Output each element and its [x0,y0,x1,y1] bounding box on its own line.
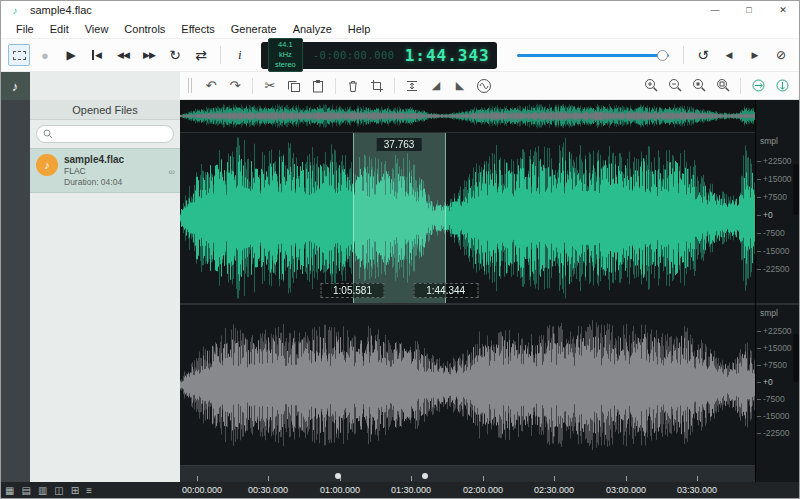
files-panel-tab[interactable]: ♪ [0,72,30,100]
nav-forward-button[interactable]: ▶ [744,44,766,66]
vertical-zoom-scrollbar[interactable] [793,164,799,215]
amplitude-tick-label: +7500 [763,192,787,202]
right-channel-waveform[interactable] [180,305,755,465]
delete-button[interactable] [343,76,363,96]
right-channel-ruler[interactable]: smpl +22500 +15000 +7500 +0 -7500 -15000… [756,305,800,465]
audio-file-icon: ♪ [36,154,58,176]
timeline-label: 03:00.000 [606,485,646,495]
fade-in-button[interactable]: ◢ [426,76,446,96]
paste-button[interactable] [308,76,328,96]
fast-forward-button[interactable]: ▶▶ [138,44,160,66]
copy-button[interactable] [284,76,304,96]
adjust-level-button[interactable] [402,76,422,96]
range-handle-start[interactable] [335,473,341,479]
file-search-input[interactable] [57,129,167,140]
mute-button[interactable]: ⊘ [770,44,792,66]
channel-left[interactable]: 37.763 1:05.581 1:44.344 [180,133,755,303]
close-button[interactable]: ✕ [766,0,800,20]
maximize-button[interactable]: □ [732,0,766,20]
menu-edit[interactable]: Edit [42,23,77,35]
effect-button[interactable] [474,76,494,96]
zoom-vertical-icon [775,78,790,93]
zoom-out-icon [668,78,683,93]
file-name: sample4.flac [64,154,124,165]
file-list-item[interactable]: ♪ sample4.flac FLAC Duration: 04:04 ∞ [30,148,180,193]
selection-start-handle[interactable]: 1:05.581 [320,283,385,298]
zoom-in-button[interactable] [641,76,661,96]
channel-right[interactable] [180,305,755,465]
left-channel-waveform[interactable] [180,133,755,303]
amplitude-tick-label: +15000 [763,343,792,353]
side-rail [0,100,30,482]
sidebar-spacer [30,72,180,100]
edit-toolbar-row: ♪ ↶ ↷ ✂ ◢ ◣ [0,72,800,100]
fade-out-button[interactable]: ◣ [450,76,470,96]
volume-slider[interactable] [517,45,669,65]
channel-mode-label: stereo [275,60,296,70]
nav-forward-icon: ▶ [752,50,759,60]
file-duration: Duration: 04:04 [64,177,124,187]
overview-strip[interactable] [180,100,755,133]
redo-button[interactable]: ↷ [225,76,245,96]
menu-controls[interactable]: Controls [116,23,173,35]
loop-selection-button[interactable]: ⇄ [190,44,212,66]
skip-start-button[interactable]: ◀ [86,44,108,66]
info-icon: i [238,47,242,63]
vertical-zoom-scrollbar[interactable] [793,334,799,382]
selection-tool-button[interactable] [8,44,30,66]
play-button[interactable]: ▶ [60,44,82,66]
toolbar-separator [220,46,221,64]
history-icon: ↺ [697,47,709,63]
menu-generate[interactable]: Generate [223,23,285,35]
timeline-label: 00:30.000 [248,485,288,495]
zoom-horizontal-icon [751,78,766,93]
cut-button[interactable]: ✂ [260,76,280,96]
nav-back-icon: ◀ [726,50,733,60]
range-handle-end[interactable] [422,473,428,479]
title-bar: ♪ sample4.flac — □ ✕ [0,0,800,20]
selection-region[interactable]: 37.763 [353,133,446,303]
toolbar-gripper[interactable] [188,78,192,93]
timeline-label: 02:30.000 [534,485,574,495]
file-search-box[interactable] [36,125,174,143]
slider-thumb[interactable] [657,50,668,61]
zoom-all-button[interactable] [713,76,733,96]
menu-analyze[interactable]: Analyze [285,23,340,35]
menu-view[interactable]: View [77,23,117,35]
playback-history-button[interactable]: ↺ [692,44,714,66]
view-grid-icon[interactable]: ▦ [5,485,14,496]
rewind-button[interactable]: ◀◀ [112,44,134,66]
menu-file[interactable]: File [8,23,42,35]
amplitude-tick-label: +7500 [763,360,787,370]
mute-icon: ⊘ [776,48,786,62]
info-button[interactable]: i [229,44,251,66]
minimize-button[interactable]: — [698,0,732,20]
undo-button[interactable]: ↶ [201,76,221,96]
redo-icon: ↷ [230,78,241,93]
fast-forward-icon: ▶▶ [143,50,155,60]
zoom-vertical-button[interactable] [772,76,792,96]
menu-effects[interactable]: Effects [173,23,222,35]
timeline-scrollbar[interactable] [180,465,755,482]
menu-help[interactable]: Help [340,23,379,35]
nav-back-button[interactable]: ◀ [718,44,740,66]
format-badge: 44.1 kHz stereo [268,38,303,72]
view-plus-icon[interactable]: ⊞ [71,485,79,496]
trim-button[interactable] [367,76,387,96]
loop-button[interactable]: ↻ [164,44,186,66]
zoom-selection-button[interactable] [689,76,709,96]
view-split-icon[interactable]: ◫ [54,485,63,496]
edit-toolbar: ↶ ↷ ✂ ◢ ◣ [180,72,800,100]
timeline-ruler[interactable]: 00:00.000 00:30.000 01:00.000 01:30.000 … [180,482,755,499]
view-cols-icon[interactable]: ▥ [38,485,47,496]
zoom-horizontal-button[interactable] [748,76,768,96]
view-list-icon[interactable]: ≡ [86,485,92,496]
left-channel-ruler[interactable]: smpl +22500 +15000 +7500 +0 -7500 -15000… [756,133,800,303]
zoom-out-button[interactable] [665,76,685,96]
selection-end-handle[interactable]: 1:44.344 [413,283,478,298]
waveform-editor: 37.763 1:05.581 1:44.344 [180,100,755,482]
view-rows-icon[interactable]: ▤ [21,485,30,496]
record-button[interactable]: ● [34,44,56,66]
selection-length-label: 37.763 [377,138,422,151]
overview-waveform[interactable] [180,100,755,132]
